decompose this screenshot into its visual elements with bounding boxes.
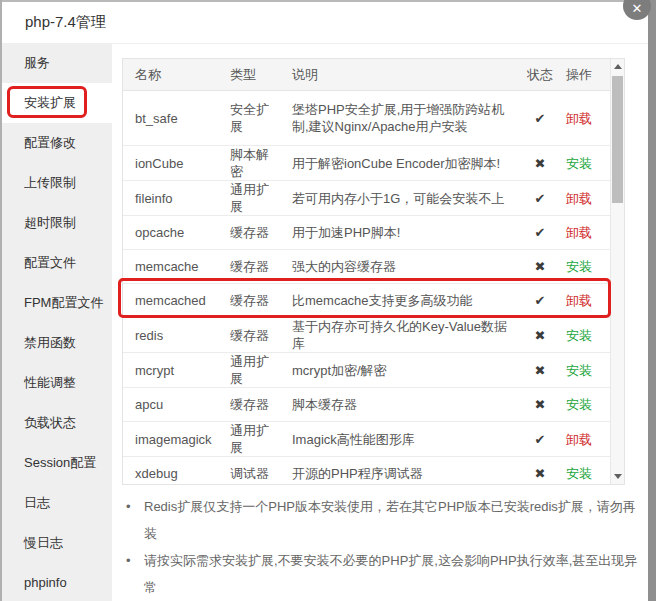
action-cell: 卸载 bbox=[560, 190, 610, 207]
status-cell: ✖ bbox=[520, 362, 560, 379]
uninstall-link-bt_safe[interactable]: 卸载 bbox=[566, 111, 592, 126]
extension-name: ionCube bbox=[123, 155, 218, 172]
not-installed-cross-icon: ✖ bbox=[535, 363, 546, 378]
column-header-action: 操作 bbox=[560, 66, 610, 83]
extensions-table-container: 名称 类型 说明 状态 操作 bt_safe安全扩展堡塔PHP安全扩展,用于增强… bbox=[122, 58, 625, 485]
sidebar-item-负载状态[interactable]: 负载状态 bbox=[2, 403, 112, 443]
extension-description: 用于加速PHP脚本! bbox=[280, 224, 520, 241]
sidebar-menu: 服务安装扩展配置修改上传限制超时限制配置文件FPM配置文件禁用函数性能调整负载状… bbox=[2, 43, 112, 601]
extension-type: 缓存器 bbox=[218, 396, 280, 413]
installed-check-icon: ✔ bbox=[535, 225, 546, 240]
status-cell: ✖ bbox=[520, 396, 560, 413]
scrollbar-thumb[interactable] bbox=[612, 76, 623, 203]
column-header-type: 类型 bbox=[218, 66, 280, 83]
sidebar-item-超时限制[interactable]: 超时限制 bbox=[2, 203, 112, 243]
extension-name: xdebug bbox=[123, 465, 218, 482]
extension-description: mcrypt加密/解密 bbox=[280, 362, 520, 379]
install-link-mcrypt[interactable]: 安装 bbox=[566, 363, 592, 378]
extension-name: bt_safe bbox=[123, 110, 218, 127]
status-cell: ✖ bbox=[520, 155, 560, 172]
action-cell: 卸载 bbox=[560, 292, 610, 309]
extension-name: imagemagick bbox=[123, 431, 218, 448]
note-text: Redis扩展仅支持一个PHP版本安装使用，若在其它PHP版本已安装redis扩… bbox=[144, 493, 638, 547]
extension-type: 通用扩展 bbox=[218, 181, 280, 215]
extension-type: 安全扩展 bbox=[218, 101, 280, 135]
install-link-apcu[interactable]: 安装 bbox=[566, 397, 592, 412]
not-installed-cross-icon: ✖ bbox=[535, 328, 546, 343]
sidebar-item-配置文件[interactable]: 配置文件 bbox=[2, 243, 112, 283]
extension-type: 调试器 bbox=[218, 465, 280, 482]
column-header-status: 状态 bbox=[520, 66, 560, 83]
column-header-name: 名称 bbox=[123, 66, 218, 83]
install-link-ionCube[interactable]: 安装 bbox=[566, 156, 592, 171]
extension-description: Imagick高性能图形库 bbox=[280, 431, 520, 448]
sidebar-item-Session配置[interactable]: Session配置 bbox=[2, 443, 112, 483]
action-cell: 安装 bbox=[560, 362, 610, 379]
status-cell: ✔ bbox=[520, 224, 560, 241]
sidebar-item-禁用函数[interactable]: 禁用函数 bbox=[2, 323, 112, 363]
uninstall-link-imagemagick[interactable]: 卸载 bbox=[566, 432, 592, 447]
install-link-xdebug[interactable]: 安装 bbox=[566, 466, 592, 481]
sidebar-item-配置修改[interactable]: 配置修改 bbox=[2, 123, 112, 163]
dialog-title: php-7.4管理 bbox=[25, 13, 106, 32]
action-cell: 安装 bbox=[560, 258, 610, 275]
status-cell: ✔ bbox=[520, 431, 560, 448]
extension-type: 缓存器 bbox=[218, 258, 280, 275]
install-link-memcache[interactable]: 安装 bbox=[566, 259, 592, 274]
column-header-desc: 说明 bbox=[280, 66, 520, 83]
action-cell: 安装 bbox=[560, 155, 610, 172]
action-cell: 卸载 bbox=[560, 431, 610, 448]
sidebar-item-慢日志[interactable]: 慢日志 bbox=[2, 523, 112, 563]
table-row-memcached: memcached缓存器比memcache支持更多高级功能✔卸载 bbox=[123, 284, 610, 318]
extension-name: opcache bbox=[123, 224, 218, 241]
note-line: •Redis扩展仅支持一个PHP版本安装使用，若在其它PHP版本已安装redis… bbox=[126, 493, 638, 547]
not-installed-cross-icon: ✖ bbox=[535, 397, 546, 412]
extension-description: 强大的内容缓存器 bbox=[280, 258, 520, 275]
table-scrollbar[interactable] bbox=[610, 59, 624, 484]
extension-name: apcu bbox=[123, 396, 218, 413]
sidebar-item-FPM配置文件[interactable]: FPM配置文件 bbox=[2, 283, 112, 323]
scrollbar-up-arrow-icon[interactable] bbox=[611, 60, 624, 73]
status-cell: ✖ bbox=[520, 465, 560, 482]
uninstall-link-opcache[interactable]: 卸载 bbox=[566, 225, 592, 240]
sidebar-item-上传限制[interactable]: 上传限制 bbox=[2, 163, 112, 203]
scrollbar-down-arrow-icon[interactable] bbox=[611, 470, 624, 483]
table-row-opcache: opcache缓存器用于加速PHP脚本!✔卸载 bbox=[123, 216, 610, 250]
sidebar-item-安装扩展[interactable]: 安装扩展 bbox=[2, 83, 112, 123]
extension-name: mcrypt bbox=[123, 362, 218, 379]
status-cell: ✔ bbox=[520, 110, 560, 127]
status-cell: ✔ bbox=[520, 292, 560, 309]
sidebar-item-性能调整[interactable]: 性能调整 bbox=[2, 363, 112, 403]
extension-description: 比memcache支持更多高级功能 bbox=[280, 292, 520, 309]
installed-check-icon: ✔ bbox=[535, 293, 546, 308]
table-row-mcrypt: mcrypt通用扩展mcrypt加密/解密✖安装 bbox=[123, 353, 610, 388]
table-row-memcache: memcache缓存器强大的内容缓存器✖安装 bbox=[123, 250, 610, 284]
table-row-fileinfo: fileinfo通用扩展若可用内存小于1G，可能会安装不上✔卸载 bbox=[123, 181, 610, 216]
action-cell: 卸载 bbox=[560, 110, 610, 127]
extension-description: 用于解密ionCube Encoder加密脚本! bbox=[280, 155, 520, 172]
not-installed-cross-icon: ✖ bbox=[535, 259, 546, 274]
extension-description: 脚本缓存器 bbox=[280, 396, 520, 413]
uninstall-link-fileinfo[interactable]: 卸载 bbox=[566, 191, 592, 206]
sidebar-item-日志[interactable]: 日志 bbox=[2, 483, 112, 523]
sidebar-item-phpinfo[interactable]: phpinfo bbox=[2, 563, 112, 601]
install-link-redis[interactable]: 安装 bbox=[566, 328, 592, 343]
extension-type: 脚本解密 bbox=[218, 146, 280, 180]
status-cell: ✖ bbox=[520, 327, 560, 344]
action-cell: 安装 bbox=[560, 396, 610, 413]
installed-check-icon: ✔ bbox=[535, 191, 546, 206]
not-installed-cross-icon: ✖ bbox=[535, 466, 546, 481]
table-row-apcu: apcu缓存器脚本缓存器✖安装 bbox=[123, 388, 610, 422]
extension-description: 若可用内存小于1G，可能会安装不上 bbox=[280, 190, 520, 207]
uninstall-link-memcached[interactable]: 卸载 bbox=[566, 293, 592, 308]
extension-type: 缓存器 bbox=[218, 292, 280, 309]
installed-check-icon: ✔ bbox=[535, 432, 546, 447]
extension-name: memcache bbox=[123, 258, 218, 275]
extensions-table: 名称 类型 说明 状态 操作 bt_safe安全扩展堡塔PHP安全扩展,用于增强… bbox=[123, 59, 610, 484]
extension-description: 基于内存亦可持久化的Key-Value数据库 bbox=[280, 318, 520, 352]
action-cell: 安装 bbox=[560, 465, 610, 482]
sidebar-item-服务[interactable]: 服务 bbox=[2, 43, 112, 83]
bullet-icon: • bbox=[126, 547, 144, 601]
table-row-bt_safe: bt_safe安全扩展堡塔PHP安全扩展,用于增强防跨站机制,建议Nginx/A… bbox=[123, 91, 610, 146]
extension-name: memcached bbox=[123, 292, 218, 309]
